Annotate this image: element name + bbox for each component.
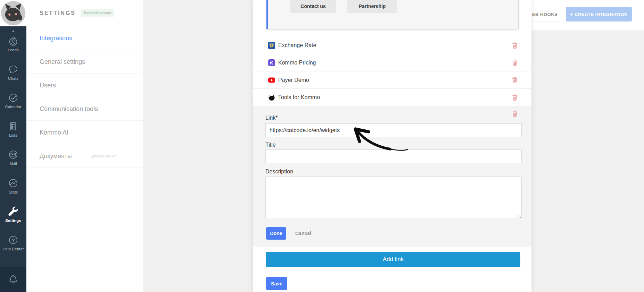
main-sidebar: ▲ Leads Chats Calendar Lists — [0, 26, 26, 292]
notifications-bell-button[interactable] — [0, 267, 26, 292]
technical-account-badge: Technical account — [81, 9, 114, 17]
sidebar-item-label: Help Center — [2, 247, 24, 251]
mail-icon — [7, 149, 19, 161]
delete-link-button[interactable] — [512, 42, 518, 49]
menu-item-label: Документы — [40, 153, 72, 160]
menu-item-general-settings[interactable]: General settings — [26, 50, 143, 74]
delete-link-button[interactable] — [512, 77, 518, 83]
chats-icon — [7, 63, 19, 75]
help-icon: ? — [7, 234, 19, 246]
link-row-tools-for-kommo[interactable]: Tools for Kommo — [253, 89, 531, 106]
svg-text:€: € — [271, 44, 272, 47]
link-edit-form: Link* Title Description Done Cancel — [253, 106, 531, 247]
sidebar-item-label: Calendar — [5, 105, 22, 109]
account-avatar[interactable] — [0, 0, 26, 26]
menu-item-label: Kommo AI — [40, 129, 68, 136]
sidebar-item-label: Chats — [8, 76, 18, 80]
sidebar-item-label: Lists — [9, 133, 17, 137]
web-hooks-button[interactable]: EB HOOKS — [531, 7, 559, 22]
link-row-kommo-pricing[interactable]: K Kommo Pricing — [253, 54, 531, 71]
create-integration-button[interactable]: + CREATE INTEGRATION — [566, 7, 632, 22]
links-list: € Exchange Rate K Kommo Pricing — [253, 37, 531, 106]
avatar-cat-image — [0, 0, 26, 26]
sidebar-item-label: Stats — [9, 190, 18, 194]
integration-settings-panel: Contact us Partnership € Exchange Rate K… — [253, 0, 531, 292]
settings-menu: Integrations General settings Users Comm… — [26, 26, 143, 292]
delete-link-button[interactable] — [512, 110, 518, 117]
youtube-icon — [268, 77, 275, 84]
sidebar-item-label: Settings — [5, 218, 21, 223]
menu-item-label: Communication tools — [40, 105, 98, 112]
settings-wrench-icon — [7, 206, 19, 217]
plus-icon: + — [570, 12, 573, 17]
kommo-logo-icon: K — [268, 59, 275, 66]
sidebar-item-chats[interactable]: Chats — [0, 62, 26, 90]
tab-contact-us[interactable]: Contact us — [290, 0, 336, 13]
title-input[interactable] — [265, 149, 522, 163]
stats-icon — [7, 177, 19, 189]
done-button[interactable]: Done — [266, 227, 286, 240]
lists-icon — [7, 120, 19, 132]
menu-item-users[interactable]: Users — [26, 74, 143, 97]
top-toolbar: EB HOOKS + CREATE INTEGRATION — [531, 0, 644, 31]
svg-text:K: K — [270, 60, 273, 65]
link-title: Payer Demo — [278, 77, 309, 83]
menu-item-documents[interactable]: Документы Документы от ... — [26, 144, 143, 168]
link-input[interactable] — [265, 123, 522, 137]
sidebar-item-calendar[interactable]: Calendar — [0, 90, 26, 119]
menu-item-kommo-ai[interactable]: Kommo AI — [26, 121, 143, 144]
leads-icon — [7, 35, 19, 47]
description-textarea[interactable] — [265, 177, 522, 218]
link-title: Tools for Kommo — [278, 94, 320, 101]
bell-icon — [7, 273, 19, 286]
settings-header: SETTINGS Technical account — [26, 0, 143, 26]
menu-item-communication-tools[interactable]: Communication tools — [26, 97, 143, 121]
link-title: Kommo Pricing — [278, 60, 316, 66]
exchange-rate-icon: € — [268, 42, 275, 49]
tools-for-kommo-icon — [268, 94, 275, 101]
menu-item-label: Users — [40, 82, 56, 89]
title-field-label: Title — [265, 142, 276, 148]
add-link-button[interactable]: Add link — [266, 252, 520, 267]
page-title: SETTINGS — [40, 10, 76, 16]
save-button[interactable]: Save — [266, 277, 287, 290]
sidebar-item-lists[interactable]: Lists — [0, 119, 26, 147]
delete-link-button[interactable] — [512, 59, 518, 66]
link-title: Exchange Rate — [278, 42, 316, 49]
sidebar-item-help-center[interactable]: ? Help Center — [0, 232, 26, 261]
sidebar-item-stats[interactable]: Stats — [0, 175, 26, 204]
description-field-label: Description — [265, 169, 293, 175]
sidebar-item-label: Mail — [9, 162, 17, 166]
svg-text:?: ? — [11, 237, 15, 243]
create-integration-label: CREATE INTEGRATION — [575, 12, 628, 17]
sidebar-item-leads[interactable]: Leads — [0, 33, 26, 62]
link-tabs-box: Contact us Partnership — [266, 0, 519, 29]
kommo-settings-page: { "header": { "title": "SETTINGS", "badg… — [0, 0, 644, 292]
sidebar-scroll-up-arrow[interactable]: ▲ — [0, 26, 26, 33]
link-row-exchange-rate[interactable]: € Exchange Rate — [253, 37, 531, 54]
menu-item-note: Документы от ... — [91, 144, 120, 168]
cancel-button[interactable]: Cancel — [295, 227, 311, 240]
menu-item-integrations[interactable]: Integrations — [26, 26, 143, 50]
link-field-label: Link* — [265, 115, 278, 121]
tab-partnership[interactable]: Partnership — [347, 0, 397, 13]
menu-item-label: Integrations — [40, 35, 72, 42]
delete-link-button[interactable] — [512, 94, 518, 101]
link-row-payer-demo[interactable]: Payer Demo — [253, 71, 531, 89]
menu-item-label: General settings — [40, 58, 85, 65]
calendar-icon — [7, 92, 19, 104]
sidebar-item-label: Leads — [8, 48, 18, 52]
sidebar-item-settings[interactable]: Settings — [0, 204, 26, 232]
sidebar-item-mail[interactable]: Mail — [0, 147, 26, 175]
